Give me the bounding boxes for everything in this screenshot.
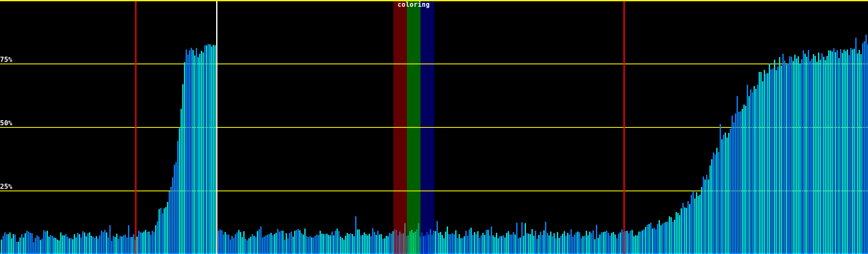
waveform-scope: 75% 50% 25% coloring (0, 0, 868, 254)
coloring-band-label: coloring (398, 2, 430, 8)
y-axis-label-50: 50% (0, 120, 12, 127)
waveform-canvas (0, 0, 868, 254)
y-axis-label-75: 75% (0, 56, 12, 63)
y-axis-label-25: 25% (0, 183, 12, 190)
